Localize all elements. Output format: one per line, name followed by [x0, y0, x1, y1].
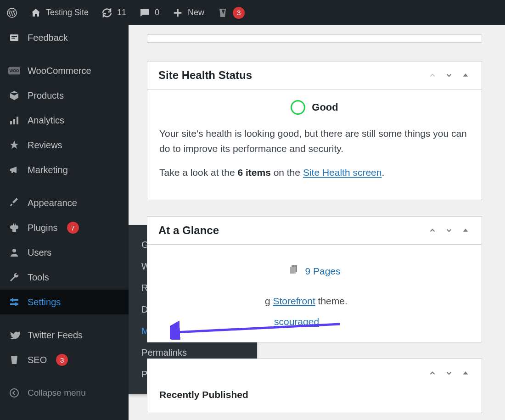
wordpress-icon	[6, 7, 17, 18]
recent-title: Recently Published	[159, 389, 248, 400]
move-down-icon[interactable]	[444, 70, 454, 80]
site-link[interactable]: Testing Site	[24, 7, 95, 18]
megaphone-icon	[8, 164, 20, 176]
analytics-icon	[8, 114, 20, 126]
seo-icon	[8, 354, 20, 366]
sidebar-item-appearance[interactable]: Appearance	[0, 190, 129, 215]
toggle-icon[interactable]	[460, 225, 471, 235]
panel-header[interactable]: At a Glance	[147, 217, 482, 245]
sidebar-item-feedback[interactable]: Feedback	[0, 25, 129, 50]
discouraged-line: scouraged	[159, 314, 470, 332]
sidebar-item-label: Marketing	[28, 165, 68, 175]
sidebar-item-plugins[interactable]: Plugins 7	[0, 215, 129, 240]
panel-controls	[427, 225, 471, 235]
yoast-link[interactable]: 3	[211, 7, 251, 19]
toggle-icon[interactable]	[460, 368, 471, 378]
site-name: Testing Site	[46, 8, 89, 17]
admin-bar: Testing Site 11 0 New 3	[0, 0, 505, 25]
updates-link[interactable]: 11	[95, 7, 133, 18]
brush-icon	[8, 197, 20, 209]
pages-link[interactable]: 9 Pages	[305, 264, 340, 279]
svg-rect-13	[15, 302, 17, 306]
health-lookat: Take a look at the 6 items on the Site H…	[159, 165, 470, 180]
move-up-icon[interactable]	[427, 368, 438, 378]
collapse-menu[interactable]: Collapse menu	[0, 381, 129, 405]
panel-title: Site Health Status	[158, 69, 252, 82]
health-status-icon	[291, 100, 305, 115]
sidebar-item-settings[interactable]: Settings	[0, 290, 129, 314]
sidebar-item-label: Twitter Feeds	[28, 330, 83, 341]
move-down-icon[interactable]	[444, 225, 454, 235]
sidebar-item-marketing[interactable]: Marketing	[0, 157, 129, 182]
svg-rect-3	[11, 38, 15, 39]
main-content: Site Health Status Good Your site's heal…	[129, 25, 500, 420]
sidebar-item-tools[interactable]: Tools	[0, 265, 129, 290]
sidebar-item-label: SEO	[28, 355, 47, 365]
sidebar-item-twitter[interactable]: Twitter Feeds	[0, 323, 129, 347]
wp-logo[interactable]	[0, 7, 24, 18]
settings-icon	[8, 296, 20, 308]
svg-rect-11	[10, 303, 18, 305]
theme-link[interactable]: Storefront	[273, 296, 315, 306]
health-desc: Your site's health is looking good, but …	[159, 126, 470, 156]
svg-rect-6	[10, 121, 12, 124]
seo-count-badge: 3	[56, 354, 68, 366]
svg-point-14	[10, 389, 18, 397]
move-up-icon[interactable]	[427, 70, 438, 80]
svg-rect-10	[10, 299, 18, 301]
updates-count: 11	[117, 8, 126, 17]
panel-header[interactable]: Site Health Status	[147, 62, 482, 90]
panel-site-health: Site Health Status Good Your site's heal…	[147, 61, 482, 200]
toggle-icon[interactable]	[460, 70, 471, 80]
panel-at-glance: At a Glance 9 Pages g Storefront theme. …	[147, 216, 482, 343]
new-label: New	[188, 8, 204, 17]
sidebar-item-label: Appearance	[28, 198, 77, 208]
plugins-count-badge: 7	[67, 222, 79, 234]
panel-title: At a Glance	[158, 224, 219, 237]
sidebar-item-label: Feedback	[28, 33, 68, 43]
sidebar-item-label: WooCommerce	[28, 66, 91, 76]
sidebar-item-label: Users	[28, 247, 51, 258]
yoast-icon	[217, 7, 228, 18]
sidebar-item-label: Tools	[28, 272, 49, 283]
svg-rect-2	[11, 36, 17, 37]
panel-controls	[427, 368, 471, 378]
star-icon	[8, 139, 20, 151]
sidebar-item-users[interactable]: Users	[0, 240, 129, 265]
collapse-label: Collapse menu	[28, 388, 86, 398]
sidebar-item-woocommerce[interactable]: WOO WooCommerce	[0, 58, 129, 83]
sidebar-item-analytics[interactable]: Analytics	[0, 108, 129, 133]
comment-icon	[139, 7, 150, 18]
home-icon	[30, 7, 41, 18]
users-icon	[8, 246, 20, 258]
plugin-icon	[8, 222, 20, 234]
comments-link[interactable]: 0	[133, 7, 166, 18]
svg-rect-12	[12, 298, 13, 302]
move-down-icon[interactable]	[444, 368, 454, 378]
pages-icon	[288, 264, 299, 280]
sidebar-item-seo[interactable]: SEO 3	[0, 347, 129, 372]
discouraged-link[interactable]: scouraged	[274, 316, 319, 327]
refresh-icon	[101, 7, 112, 18]
woo-icon: WOO	[8, 65, 20, 77]
plus-icon	[172, 7, 183, 18]
panel-body: Good Your site's health is looking good,…	[147, 90, 482, 200]
feedback-icon	[8, 32, 20, 44]
sidebar-item-label: Analytics	[28, 115, 64, 126]
site-health-link[interactable]: Site Health screen	[303, 167, 382, 178]
sidebar-item-products[interactable]: Products	[0, 83, 129, 108]
new-link[interactable]: New	[166, 7, 211, 18]
panel-body: Recently Published	[147, 387, 482, 413]
sidebar-item-label: Settings	[28, 297, 61, 308]
panel-recent: Recently Published	[147, 358, 482, 413]
admin-sidebar: Feedback WOO WooCommerce Products Analyt…	[0, 25, 129, 420]
collapse-icon	[8, 387, 20, 399]
panel-header[interactable]	[147, 359, 482, 387]
comments-count: 0	[155, 8, 159, 17]
panel-spacer	[147, 34, 482, 43]
theme-line: g Storefront theme.	[159, 286, 470, 314]
tools-icon	[8, 271, 20, 283]
move-up-icon[interactable]	[427, 225, 438, 235]
svg-rect-16	[290, 267, 296, 274]
sidebar-item-reviews[interactable]: Reviews	[0, 133, 129, 157]
